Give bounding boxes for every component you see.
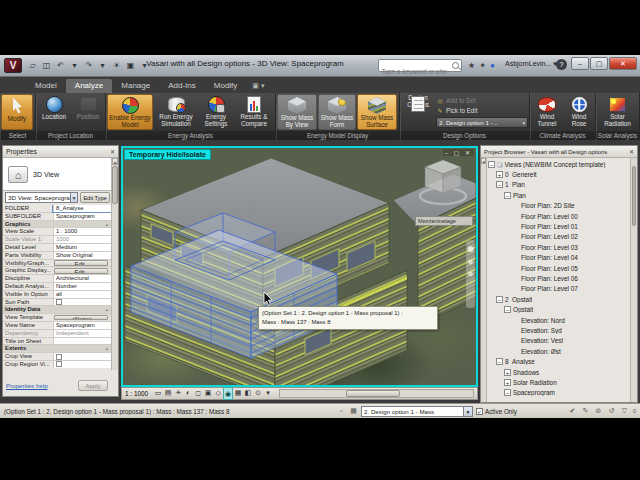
search-input[interactable] (379, 66, 449, 77)
scrollbar-thumb[interactable] (632, 166, 636, 226)
tree-item-elevation-nord[interactable]: Elevation: Nord (488, 315, 629, 325)
tree-collapse-icon[interactable]: − (488, 161, 495, 168)
tree-item-floor-plan-level-02[interactable]: Floor Plan: Level 02 (488, 232, 629, 242)
property-edit-button[interactable]: Edit... (54, 260, 108, 266)
drag-on-selection-icon[interactable]: ↺ (607, 407, 616, 415)
property-section-extents[interactable]: Extents⌄ (3, 345, 112, 353)
property-section-identity-data[interactable]: Identity Data⌄ (3, 306, 112, 314)
tab-manage[interactable]: Manage (112, 79, 159, 93)
visual-style-icon[interactable]: ▤ (163, 387, 173, 400)
chevron-down-icon[interactable]: ▼ (70, 193, 77, 202)
checkbox-icon[interactable] (56, 361, 62, 367)
chevron-down-icon[interactable]: ▾ (522, 120, 525, 126)
property-value[interactable] (53, 338, 112, 345)
property-value[interactable]: 1000 (53, 236, 112, 243)
undo-icon[interactable]: ↶ (55, 59, 66, 72)
analysis-display-icon[interactable]: ◧ (243, 387, 253, 400)
pick-to-edit-button[interactable]: ✎Pick to Edit (436, 106, 528, 115)
ribbon-button-show-mass-by-view[interactable]: Show Mass By View (277, 94, 317, 130)
ribbon-group-label[interactable]: Energy Analysis (106, 131, 275, 140)
browser-left-scrollbar[interactable]: ▲ (481, 158, 487, 402)
ribbon-display-toggle-icon[interactable]: ▣ ▾ (246, 80, 270, 93)
properties-header[interactable]: Properties ✕ (3, 146, 118, 158)
type-combo[interactable]: 3D View: Spaceprogra ▼ (5, 192, 78, 203)
undo-caret-icon[interactable]: ▾ (69, 59, 80, 72)
chevron-down-icon[interactable]: ▼ (463, 407, 472, 416)
property-value[interactable]: Medium (53, 244, 112, 251)
help-icon[interactable]: ? (556, 59, 567, 70)
tree-item-floor-plan-level-06[interactable]: Floor Plan: Level 06 (488, 273, 629, 283)
tree-item-elevation-vest[interactable]: Elevation: Vest (488, 336, 629, 346)
ribbon-button-solar-radiation[interactable]: Solar Radiation (597, 94, 638, 130)
tree-item-0-generelt[interactable]: +0_Generelt (488, 169, 629, 179)
ribbon-button-wind-rose[interactable]: Wind Rose (564, 94, 594, 130)
tree-collapse-icon[interactable]: − (496, 296, 503, 303)
tree-expand-icon[interactable]: + (504, 379, 511, 386)
application-menu-button[interactable]: V (4, 58, 22, 73)
checkbox-checked-icon[interactable]: ✓ (476, 408, 483, 415)
browser-scrollbar[interactable] (630, 158, 637, 402)
scroll-up-icon[interactable]: ▲ (112, 158, 118, 165)
ribbon-button-energy-settings[interactable]: Energy Settings (199, 94, 233, 130)
worksets-icon[interactable]: ▦ (349, 407, 358, 415)
tree-item-solar-radiation[interactable]: +Solar Radiation (488, 377, 629, 387)
crop-view-icon[interactable]: ▣ (203, 387, 213, 400)
tree-collapse-icon[interactable]: − (504, 306, 511, 313)
tree-item-floor-plan-level-04[interactable]: Floor Plan: Level 04 (488, 253, 629, 263)
temporary-hide-isolate-badge[interactable]: Temporary Hide/Isolate (124, 149, 211, 160)
tree-item-opstalt[interactable]: −Opstalt (488, 304, 629, 314)
property-edit-button[interactable]: Edit... (54, 268, 108, 274)
ribbon-button-position[interactable]: Position (72, 94, 104, 130)
sun-path-icon[interactable]: ☀ (173, 387, 183, 400)
communication-center-icon[interactable]: ✦ (479, 59, 486, 72)
tree-item-1-plan[interactable]: −1_Plan (488, 180, 629, 190)
more-tools-icon[interactable]: ▾ (263, 387, 273, 400)
property-value[interactable] (53, 299, 112, 306)
property-value[interactable]: Number (53, 283, 112, 290)
signed-in-user[interactable]: AsbjornLevin... ▾ (505, 60, 557, 68)
tab-analyze[interactable]: Analyze (66, 79, 112, 93)
save-icon[interactable]: ◫ (41, 59, 52, 72)
tree-item-elevation-syd[interactable]: Elevation: Syd (488, 325, 629, 335)
ribbon-button-run-energy-simulation[interactable]: Run Energy Simulation (154, 94, 198, 130)
property-value[interactable]: all (53, 291, 112, 298)
select-pinned-icon[interactable]: ✎ (581, 407, 590, 415)
property-value[interactable]: 1 : 1000 (53, 228, 112, 235)
tree-expand-icon[interactable]: + (496, 171, 503, 178)
constraints-icon[interactable]: ⊙ (253, 387, 263, 400)
property-value[interactable]: Spaceprogram (53, 322, 112, 329)
project-browser-header[interactable]: Project Browser - Vasari with all Design… (481, 146, 637, 158)
ribbon-button-enable-energy-model[interactable]: Enable Energy Model (107, 94, 153, 130)
property-value[interactable]: Spaceprogram (53, 213, 112, 220)
tree-collapse-icon[interactable]: − (496, 358, 503, 365)
sign-in-icon[interactable]: ● (490, 59, 495, 72)
tree-item-floor-plan-level-01[interactable]: Floor Plan: Level 01 (488, 221, 629, 231)
ribbon-button-wind-tunnel[interactable]: Wind Tunnel (531, 94, 563, 130)
ribbon-button-location[interactable]: Location (37, 94, 71, 130)
type-selector[interactable]: ⌂ 3D View (3, 158, 112, 191)
tab-modify[interactable]: Modify (205, 79, 247, 93)
help-search-box[interactable] (378, 59, 462, 72)
view-window-controls[interactable]: – ▢ ✕ (443, 149, 474, 156)
tree-item-floor-plan-level-07[interactable]: Floor Plan: Level 07 (488, 284, 629, 294)
detail-level-icon[interactable]: ▭ (153, 387, 163, 400)
properties-scrollbar[interactable]: ▲ (111, 158, 118, 370)
close-icon[interactable]: ✕ (110, 148, 115, 155)
property-value[interactable] (53, 361, 112, 368)
scroll-up-icon[interactable]: ▲ (481, 158, 486, 164)
ribbon-button-show-mass-form[interactable]: Show Mass Form (318, 94, 356, 130)
properties-help-link[interactable]: Properties help (6, 382, 48, 389)
ribbon-group-label[interactable]: Select (0, 131, 35, 140)
ribbon-design-option-select[interactable]: 2. Design option 1 -...▾ (436, 117, 528, 128)
scrollbar-thumb[interactable] (346, 390, 400, 397)
tree-expand-icon[interactable]: + (504, 369, 511, 376)
tree-item-floor-plan-level-00[interactable]: Floor Plan: Level 00 (488, 211, 629, 221)
ribbon-button-design-options[interactable]: Design Options (401, 94, 435, 130)
tree-item-floor-plan-2d-site[interactable]: Floor Plan: 2D Site (488, 201, 629, 211)
search-icon[interactable] (452, 62, 459, 69)
ribbon-group-label[interactable]: Climate Analysis (530, 131, 595, 140)
view-scale-button[interactable]: 1 : 1000 (125, 390, 148, 397)
ribbon-button-show-mass-surface[interactable]: Show Mass Surface (357, 94, 397, 130)
ribbon-button-modify[interactable]: Modify (1, 94, 33, 130)
tree-item-floor-plan-level-03[interactable]: Floor Plan: Level 03 (488, 242, 629, 252)
